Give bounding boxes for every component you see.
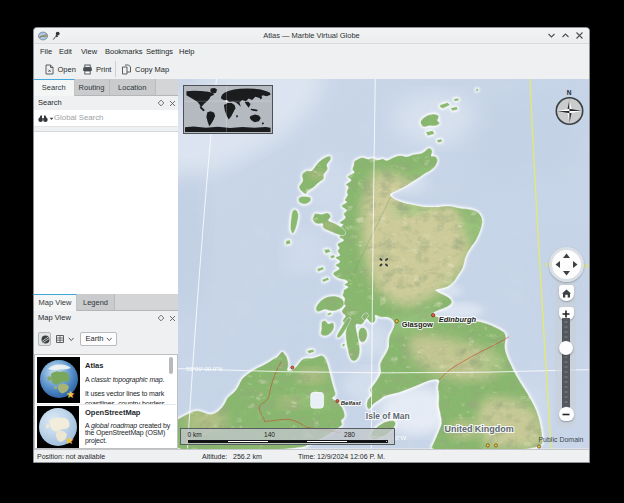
menu-edit[interactable]: Edit xyxy=(59,44,72,59)
close-button[interactable] xyxy=(575,31,584,40)
tab-legend[interactable]: Legend xyxy=(77,294,115,311)
derry-dot[interactable] xyxy=(290,366,293,369)
float-panel-icon[interactable] xyxy=(158,100,164,106)
zoom-out-button[interactable] xyxy=(559,407,574,421)
close-panel-icon-2[interactable] xyxy=(169,315,176,322)
tab-location[interactable]: Location xyxy=(110,79,157,96)
celestial-body-select[interactable]: Earth xyxy=(80,332,117,346)
close-panel-icon[interactable] xyxy=(169,100,176,107)
copy-map-label: Copy Map xyxy=(135,65,169,74)
float-panel-icon-2[interactable] xyxy=(158,315,164,321)
menu-view[interactable]: View xyxy=(81,44,97,59)
status-altitude-value: 256.2 km xyxy=(233,450,262,464)
united-kingdom-label: United Kingdom xyxy=(444,424,513,434)
world-map xyxy=(184,86,272,133)
mapview-dock-tabs: Map View Legend xyxy=(34,294,178,311)
search-dropdown-caret[interactable] xyxy=(49,117,54,121)
maximize-button[interactable] xyxy=(561,31,570,40)
open-icon xyxy=(44,64,55,75)
belfast-dot[interactable] xyxy=(335,400,338,403)
main-toolbar: Open Print Copy Map xyxy=(34,59,589,79)
menu-bookmarks[interactable]: Bookmarks xyxy=(105,44,143,59)
search-results[interactable] xyxy=(34,131,178,295)
mapview-panel-title: Map View xyxy=(38,311,71,325)
print-label: Print xyxy=(96,65,111,74)
scale-bar-segments xyxy=(188,440,388,444)
theme-list-scrollbar[interactable] xyxy=(169,357,174,375)
status-time-label: Time: xyxy=(298,450,315,464)
theme-item-openstreetmap[interactable]: ★ OpenStreetMap A global roadmap created… xyxy=(36,405,176,448)
status-time-value: 12/9/2024 12:06 P. M. xyxy=(317,450,385,464)
navigation-pad[interactable] xyxy=(549,247,584,282)
sidebar: Search Routing Location Search Global S xyxy=(34,79,178,449)
barra-island xyxy=(285,240,290,245)
menu-help[interactable]: Help xyxy=(179,44,194,59)
glasgow-dot[interactable] xyxy=(395,319,398,322)
pan-right-arrow[interactable] xyxy=(573,261,578,268)
title-bar[interactable]: Atlas — Marble Virtual Globe xyxy=(34,28,589,44)
pan-left-arrow[interactable] xyxy=(555,261,560,268)
glasgow-label: Glasgow xyxy=(401,320,432,329)
status-bar: Position: not available Altitude: 256.2 … xyxy=(34,449,589,464)
australia xyxy=(249,114,260,122)
slider-ticks xyxy=(562,318,570,411)
minimize-button[interactable] xyxy=(547,31,556,40)
window-title: Atlas — Marble Virtual Globe xyxy=(34,28,589,44)
scale-140: 140 xyxy=(257,431,282,438)
marble-window: Atlas — Marble Virtual Globe File Edit V… xyxy=(33,27,590,463)
fair-isle xyxy=(475,89,478,92)
pan-up-arrow[interactable] xyxy=(563,254,570,259)
map-canvas[interactable]: 55°00' 00.0"N 5°00' 00.0"W Prime Meridia… xyxy=(178,79,591,449)
osm-desc-line2: the OpenStreetMap (OSM) xyxy=(85,429,165,436)
navigation-arrows xyxy=(549,247,584,282)
menu-settings[interactable]: Settings xyxy=(146,44,173,59)
globe-icon xyxy=(41,335,50,344)
atlas-name: Atlas xyxy=(85,361,103,370)
city-dot-2 xyxy=(494,444,497,447)
overview-map[interactable] xyxy=(183,85,273,134)
search-field[interactable]: Global Search xyxy=(34,110,178,127)
osm-desc-line3: project. xyxy=(85,437,107,444)
atlas-desc-line2: It uses vector lines to mark xyxy=(85,390,164,397)
osm-desc: A global roadmap created by xyxy=(85,422,170,429)
tabbar-filler xyxy=(156,79,178,96)
attribution-label: Public Domain xyxy=(538,437,583,444)
home-button[interactable] xyxy=(559,285,574,301)
view-mode-caret[interactable] xyxy=(68,337,75,342)
open-button[interactable]: Open xyxy=(44,59,76,79)
compass-rose xyxy=(555,96,584,126)
central-america xyxy=(199,106,204,112)
toolbar-separator xyxy=(115,61,116,77)
tab-routing[interactable]: Routing xyxy=(75,79,110,96)
atlas-desc: A classic topographic map. xyxy=(85,376,164,383)
isle-of-man-label: Isle of Man xyxy=(365,411,409,421)
zoom-slider-track[interactable] xyxy=(562,318,570,411)
globe-view-button[interactable] xyxy=(38,332,51,346)
scale-bar: 0 km 140 280 xyxy=(180,428,395,445)
menu-file[interactable]: File xyxy=(40,44,52,59)
lough-neagh-lake xyxy=(310,393,322,408)
copy-map-button[interactable]: Copy Map xyxy=(121,59,169,79)
tab-search[interactable]: Search xyxy=(34,79,75,96)
atlas-favorite-star-icon: ★ xyxy=(66,389,75,400)
status-altitude-label: Altitude: xyxy=(202,450,227,464)
compass-widget[interactable]: N xyxy=(555,96,584,126)
compass-north-label: N xyxy=(555,89,584,96)
combo-caret-icon xyxy=(106,337,113,342)
pan-down-arrow[interactable] xyxy=(563,271,570,276)
search-placeholder: Global Search xyxy=(54,110,103,127)
plus-icon xyxy=(562,310,570,318)
theme-item-atlas[interactable]: ★ Atlas A classic topographic map. It us… xyxy=(36,356,176,404)
edinburgh-label: Edinburgh xyxy=(438,315,476,324)
new-zealand xyxy=(261,122,263,125)
zoom-slider-handle[interactable] xyxy=(559,341,573,355)
status-position: Position: not available xyxy=(37,450,105,464)
mapview-panel-header: Map View xyxy=(34,311,178,325)
list-view-icon[interactable] xyxy=(56,335,64,343)
edinburgh-dot[interactable] xyxy=(431,313,434,316)
print-button[interactable]: Print xyxy=(82,59,111,79)
search-panel-title: Search xyxy=(38,96,62,110)
indonesia xyxy=(250,109,257,112)
overview-position-dot xyxy=(225,100,227,102)
tab-map-view[interactable]: Map View xyxy=(34,294,77,311)
